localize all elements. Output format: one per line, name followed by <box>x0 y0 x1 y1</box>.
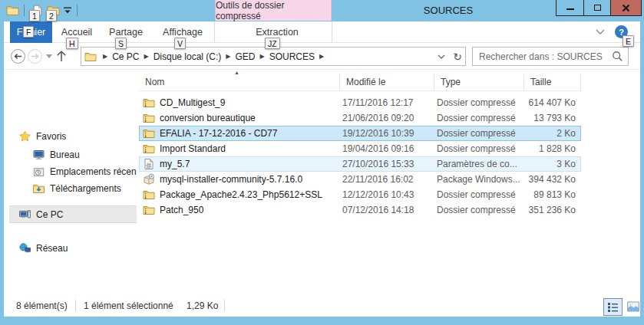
file-row-hovered[interactable]: my_5.7 27/10/2016 15:33 Paramètres de co… <box>139 156 581 172</box>
sidebar-item-this-pc[interactable]: Ce PC <box>9 205 137 223</box>
qat-customize-dropdown-icon[interactable] <box>63 6 72 15</box>
search-input[interactable] <box>477 51 612 63</box>
tab-view-label: Affichage <box>163 27 203 38</box>
file-size: 614 407 Ko <box>514 97 576 108</box>
file-name: Import Standard <box>160 143 338 154</box>
breadcrumb-ged[interactable]: GED <box>236 51 256 62</box>
window-folder-icon <box>6 4 19 17</box>
file-size: 394 432 Ko <box>514 174 576 185</box>
star-icon <box>18 130 31 143</box>
search-box[interactable] <box>472 47 629 66</box>
file-list: ▲ Nom Modifié le Type Taille CD_Multiges… <box>137 70 640 294</box>
item-count: 8 élément(s) <box>16 300 68 311</box>
sidebar-item-downloads[interactable]: Téléchargements <box>32 180 137 196</box>
forward-button[interactable] <box>28 49 42 64</box>
close-button[interactable] <box>610 0 641 15</box>
installer-package-icon <box>143 173 155 185</box>
navigation-bar: ▶ Ce PC ▶ Disque local (C:) ▶ GED ▶ SOUR… <box>4 43 640 70</box>
network-icon <box>18 242 31 254</box>
file-type: Paramètres de co... <box>437 159 523 169</box>
file-row[interactable]: Package_Apache2.4.23_Php5612+SSL 12/12/2… <box>139 187 581 202</box>
this-pc-icon <box>18 208 31 221</box>
window-controls <box>556 0 642 16</box>
file-type: Package Windows... <box>437 174 523 185</box>
keytip-view: V <box>174 38 186 49</box>
sidebar-item-desktop[interactable]: Bureau <box>32 146 137 162</box>
zip-folder-icon <box>143 189 155 201</box>
zip-folder-icon <box>143 204 155 216</box>
column-header-modified[interactable]: Modifié le <box>340 74 434 91</box>
sidebar-item-recent-places[interactable]: Emplacements récents <box>32 163 137 179</box>
breadcrumb-sources[interactable]: SOURCES <box>269 51 315 62</box>
file-row[interactable]: mysql-installer-community-5.7.16.0 22/11… <box>139 172 581 187</box>
breadcrumb-this-pc[interactable]: Ce PC <box>112 51 139 62</box>
sidebar-favorites-label: Favoris <box>36 131 66 142</box>
maximize-button[interactable] <box>583 0 610 15</box>
file-name: CD_Multigest_9 <box>160 97 338 108</box>
file-name: mysql-installer-community-5.7.16.0 <box>160 174 338 185</box>
column-header-type[interactable]: Type <box>434 74 524 91</box>
selection-count: 1 élément sélectionné <box>84 300 173 311</box>
breadcrumb-local-disk[interactable]: Disque local (C:) <box>154 51 222 62</box>
file-modified: 27/10/2016 15:33 <box>342 159 431 169</box>
title-bar: 1 2 Outils de dossier compressé SOURCES <box>0 0 644 21</box>
sidebar-network-label: Réseau <box>36 243 68 254</box>
address-folder-icon <box>84 51 97 63</box>
ribbon-tab-bar: Fichier Accueil Partage Affichage Extrac… <box>4 21 640 43</box>
details-view-icon <box>607 301 619 313</box>
file-type: Dossier compressé <box>437 128 523 139</box>
file-row[interactable]: Import Standard 19/04/2016 09:16 Dossier… <box>139 141 581 156</box>
breadcrumb-separator-icon: ▶ <box>226 53 230 60</box>
details-view-button[interactable] <box>603 298 623 316</box>
zip-folder-icon <box>143 127 155 140</box>
maximize-icon <box>594 5 601 11</box>
minimize-button[interactable] <box>556 0 583 15</box>
status-bar: 8 élément(s) 1 élément sélectionné 1,29 … <box>4 294 640 317</box>
file-modified: 17/11/2016 12:17 <box>342 97 431 108</box>
search-icon[interactable] <box>612 51 623 62</box>
sidebar-recent-label: Emplacements récents <box>50 166 137 177</box>
refresh-icon[interactable]: ↻ <box>453 51 462 62</box>
large-icons-view-button[interactable] <box>626 300 639 312</box>
keytip-extract: JZ <box>265 38 280 49</box>
large-icons-view-icon <box>627 301 639 312</box>
zip-folder-icon <box>143 112 155 124</box>
back-button[interactable] <box>11 49 25 64</box>
file-row[interactable]: CD_Multigest_9 17/11/2016 12:17 Dossier … <box>139 95 581 110</box>
file-modified: 21/06/2016 09:20 <box>342 113 431 123</box>
ribbon-collapse-chevron-icon[interactable] <box>596 29 605 34</box>
address-history-chevron-icon[interactable] <box>438 54 445 59</box>
file-row[interactable]: conversion bureautique 21/06/2016 09:20 … <box>139 110 581 126</box>
close-icon <box>622 4 630 12</box>
file-type: Dossier compressé <box>437 205 523 215</box>
file-size: 13 793 Ko <box>514 113 576 123</box>
file-row[interactable]: Patch_950 07/12/2016 14:18 Dossier compr… <box>139 202 581 218</box>
tab-extract-label: Extraction <box>256 27 299 38</box>
sidebar-this-pc-label: Ce PC <box>36 209 63 220</box>
downloads-folder-icon <box>32 182 45 195</box>
file-name: Package_Apache2.4.23_Php5612+SSL <box>160 189 338 200</box>
contextual-tab-group: Outils de dossier compressé <box>215 0 332 21</box>
file-size: 3 Ko <box>514 159 576 169</box>
column-header-size[interactable]: Taille <box>524 74 581 91</box>
recent-locations-dropdown-icon[interactable] <box>46 54 52 58</box>
titlebar-separator <box>77 5 78 16</box>
file-modified: 12/12/2016 10:43 <box>342 189 431 200</box>
address-bar[interactable]: ▶ Ce PC ▶ Disque local (C:) ▶ GED ▶ SOUR… <box>81 47 466 66</box>
recent-places-icon <box>32 166 45 178</box>
file-name: conversion bureautique <box>160 113 338 123</box>
explorer-window: 1 2 Outils de dossier compressé SOURCES … <box>0 0 644 325</box>
file-name: Patch_950 <box>160 205 338 215</box>
status-separator <box>75 300 76 311</box>
file-type: Dossier compressé <box>437 97 523 108</box>
column-header-name[interactable]: Nom <box>139 74 340 91</box>
sidebar-item-network[interactable]: Réseau <box>18 240 137 256</box>
contextual-group-divider <box>214 21 215 43</box>
minimize-icon <box>566 8 574 10</box>
sidebar-item-favorites[interactable]: Favoris <box>18 128 137 144</box>
file-row-selected[interactable]: EFALIA - 17-12-2016 - CD77 19/12/2016 10… <box>139 126 581 141</box>
breadcrumb-separator-icon: ▶ <box>260 53 265 60</box>
up-button[interactable] <box>56 49 67 63</box>
keytip-qat-1: 1 <box>29 10 40 21</box>
file-size: 1 828 Ko <box>514 143 576 154</box>
